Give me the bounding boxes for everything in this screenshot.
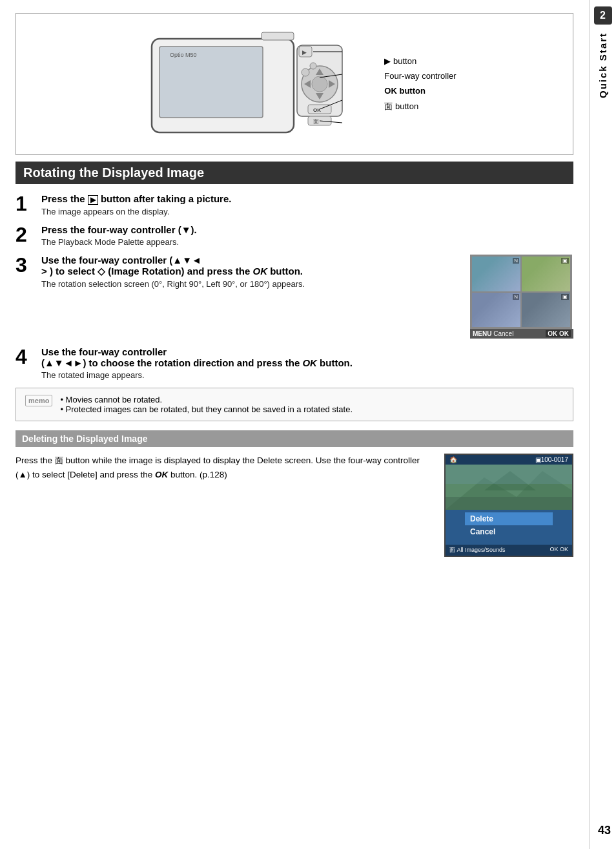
svg-point-6 <box>312 76 327 92</box>
step-3-title: Use the four-way controller (▲▼◄ > ) to … <box>41 255 464 277</box>
svg-text:Optio M50: Optio M50 <box>170 52 197 58</box>
ok-inline: OK <box>155 470 168 479</box>
rot-thumb-3: N <box>472 293 520 328</box>
step-4: 4 Use the four-way controller(▲▼◄►) to c… <box>15 346 573 380</box>
delete-section-header: Deleting the Displayed Image <box>15 430 573 447</box>
delete-text: Press the 面 button while the image is di… <box>15 454 431 481</box>
sidebar: 2 Quick Start 43 <box>589 0 616 849</box>
step-4-content: Use the four-way controller(▲▼◄►) to cho… <box>41 346 573 380</box>
step-2: 2 Press the four-way controller (▼). The… <box>15 224 573 247</box>
rotation-ok-label: OK OK <box>546 330 571 337</box>
step-4-title: Use the four-way controller(▲▼◄►) to cho… <box>41 346 573 368</box>
delete-screen-top: 🏠 ▣100-0017 <box>446 455 572 465</box>
sidebar-chapter-label: Quick Start <box>597 32 608 98</box>
step-3-image-area: N ▣ N ▣ MENU Cancel O <box>470 255 573 339</box>
callout-trash: 面 button <box>384 101 456 112</box>
camera-diagram-box: Optio M50 ▶ OK 面 <box>15 13 573 155</box>
step-1-title: Press the ▶ button after taking a pictur… <box>41 193 573 205</box>
step-2-number: 2 <box>15 224 35 245</box>
svg-text:面: 面 <box>313 118 319 125</box>
delete-screen-photo <box>446 465 572 510</box>
step-3-number: 3 <box>15 255 35 275</box>
rot-thumb-4-label: ▣ <box>561 294 569 300</box>
rot-thumb-3-label: N <box>513 294 519 300</box>
delete-screen-bottom-left: 面 All Images/Sounds <box>449 546 506 554</box>
step-3-desc: The rotation selection screen (0°, Right… <box>41 279 464 289</box>
section-title: Rotating the Displayed Image <box>23 165 204 180</box>
memo-item-2: Protected images can be rotated, but the… <box>60 404 353 414</box>
svg-point-14 <box>310 63 316 69</box>
memo-box: memo Movies cannot be rotated. Protected… <box>15 388 573 421</box>
delete-image-area: 🏠 ▣100-0017 <box>444 454 573 557</box>
svg-point-13 <box>302 68 309 76</box>
delete-section-title: Deleting the Displayed Image <box>22 434 148 444</box>
rotation-menu-label: MENU Cancel <box>473 330 513 337</box>
step-2-content: Press the four-way controller (▼). The P… <box>41 224 573 247</box>
sidebar-chapter-number: 2 <box>594 6 612 25</box>
delete-content: Press the 面 button while the image is di… <box>15 454 573 557</box>
delete-menu: Delete Cancel <box>465 512 553 538</box>
step-1-number: 1 <box>15 193 35 214</box>
rot-thumb-2-label: ▣ <box>561 258 569 264</box>
step-1-content: Press the ▶ button after taking a pictur… <box>41 193 573 216</box>
step-2-title: Press the four-way controller (▼). <box>41 224 573 235</box>
svg-rect-3 <box>262 32 294 40</box>
svg-rect-26 <box>446 497 572 510</box>
step-3-content: Use the four-way controller (▲▼◄ > ) to … <box>41 255 573 339</box>
rotation-toolbar: MENU Cancel OK OK <box>470 329 573 339</box>
playback-label: ▶ button <box>384 56 416 66</box>
delete-section: Deleting the Displayed Image Press the 面… <box>15 430 573 557</box>
main-content: Optio M50 ▶ OK 面 <box>0 0 589 849</box>
ok-label: OK button <box>384 86 426 96</box>
memo-list: Movies cannot be rotated. Protected imag… <box>60 395 353 414</box>
delete-menu-delete: Delete <box>465 512 553 525</box>
memo-icon: memo <box>25 395 52 406</box>
step-3-with-image: Use the four-way controller (▲▼◄ > ) to … <box>41 255 573 339</box>
step-4-desc: The rotated image appears. <box>41 370 573 380</box>
playback-icon-step1: ▶ <box>88 195 98 205</box>
step-3-text-area: Use the four-way controller (▲▼◄ > ) to … <box>41 255 464 289</box>
callout-playback: ▶ button <box>384 56 456 66</box>
callout-labels: ▶ button Four-way controller OK button 面… <box>384 56 456 112</box>
svg-text:OK: OK <box>313 107 321 113</box>
delete-screen-bottom: 面 All Images/Sounds OK OK <box>446 545 572 556</box>
rot-thumb-2: ▣ <box>522 257 570 291</box>
step-3-select-text: > ) to select <box>41 266 95 277</box>
camera-diagram: Optio M50 ▶ OK 面 <box>132 26 365 142</box>
delete-menu-cancel: Cancel <box>465 525 553 538</box>
step-1-desc: The image appears on the display. <box>41 207 573 216</box>
rot-thumb-4: ▣ <box>522 293 570 328</box>
memo-item-1: Movies cannot be rotated. <box>60 395 353 404</box>
sidebar-page-number: 43 <box>598 824 611 837</box>
step-4-number: 4 <box>15 346 35 367</box>
section-header: Rotating the Displayed Image <box>15 162 573 184</box>
delete-screen-bottom-right: OK OK <box>549 546 568 554</box>
step-3: 3 Use the four-way controller (▲▼◄ > ) t… <box>15 255 573 339</box>
trash-label: 面 button <box>384 101 418 112</box>
rotation-thumbnails: N ▣ N ▣ <box>470 255 572 329</box>
delete-screen-icon: 🏠 <box>449 456 457 463</box>
delete-screen-file: ▣100-0017 <box>535 456 568 463</box>
fourway-label: Four-way controller <box>384 71 456 81</box>
svg-rect-27 <box>446 465 572 484</box>
callout-ok: OK button <box>384 86 456 96</box>
step-1: 1 Press the ▶ button after taking a pict… <box>15 193 573 216</box>
rot-thumb-1-label: N <box>513 258 519 264</box>
step-2-desc: The Playback Mode Palette appears. <box>41 237 573 247</box>
delete-screen: 🏠 ▣100-0017 <box>444 454 573 557</box>
svg-text:▶: ▶ <box>302 49 307 56</box>
callout-fourway: Four-way controller <box>384 71 456 81</box>
rot-thumb-1: N <box>472 257 520 291</box>
trash-icon-inline: 面 <box>55 454 63 468</box>
